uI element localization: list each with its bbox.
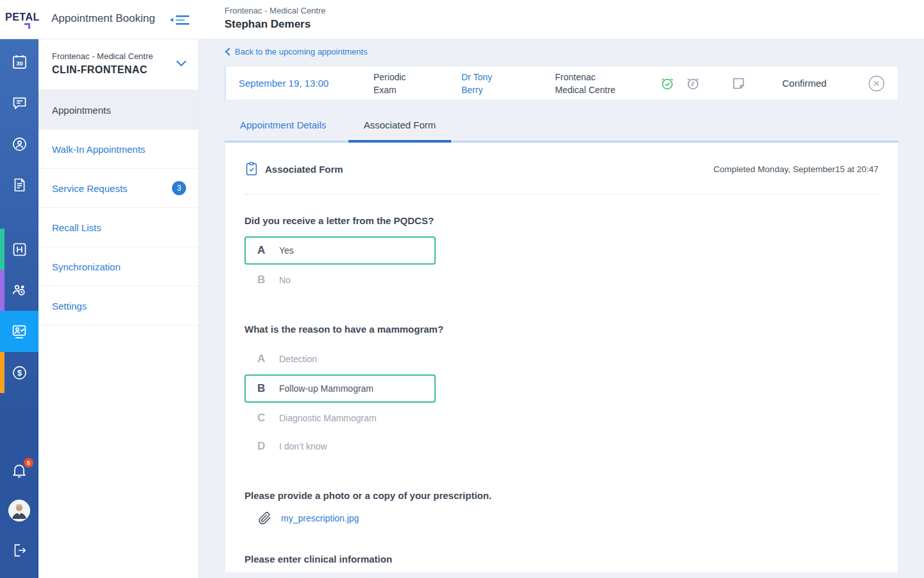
- sidebar-item-recall-lists[interactable]: Recall Lists: [38, 208, 198, 247]
- option-d-i-dont-know[interactable]: D I don’t know: [244, 432, 878, 460]
- notifications-badge: 5: [24, 458, 33, 468]
- sidebar-item-profile[interactable]: [0, 490, 38, 531]
- chevron-down-icon: [176, 60, 187, 67]
- sidebar-item-notifications[interactable]: 5: [0, 450, 38, 491]
- option-a-detection[interactable]: A Detection: [244, 345, 878, 373]
- clinic-selector[interactable]: Frontenac - Medical Centre CLIN-FRONTENA…: [38, 39, 198, 91]
- sidebar-item-patient-checkin[interactable]: [0, 311, 38, 352]
- sidebar-item-service-requests[interactable]: Service Requests 3: [38, 169, 198, 208]
- petal-logo-corner: [24, 23, 30, 29]
- sidebar-item-settings[interactable]: Settings: [38, 286, 198, 326]
- icon-sidebar: 30: [0, 39, 38, 578]
- sidebar-item-appointments[interactable]: Appointments: [38, 91, 198, 130]
- appointment-practitioner[interactable]: Dr Tony Berry: [461, 71, 555, 96]
- reminder-confirmed-icon[interactable]: [660, 76, 675, 91]
- header-clinic-name: Frontenac - Medical Centre: [225, 6, 326, 15]
- option-b-follow-up-mammogram[interactable]: B Follow-up Mammogram: [244, 374, 436, 403]
- logout-icon: [11, 542, 28, 559]
- option-letter: B: [257, 382, 270, 395]
- collapse-sidebar-button[interactable]: [169, 12, 191, 28]
- nav-label: Settings: [52, 301, 87, 311]
- appointment-summary-row[interactable]: September 19, 13:00 Periodic Exam Dr Ton…: [225, 66, 898, 100]
- collapse-icon: [169, 12, 191, 28]
- petal-logo: PETAL: [5, 12, 40, 23]
- form-header: Associated Form Completed Monday, Septem…: [225, 143, 898, 177]
- form-completed-timestamp: Completed Monday, September15 at 20:47: [714, 164, 878, 174]
- clinic-selector-name: Frontenac - Medical Centre: [52, 51, 185, 61]
- tab-appointment-details[interactable]: Appointment Details: [225, 112, 341, 143]
- option-b-no[interactable]: B No: [244, 266, 878, 294]
- patient-checkin-icon: [10, 322, 28, 340]
- question-pqdcs-letter: Did you receive a letter from the PQDCS?: [244, 215, 878, 226]
- option-letter: C: [257, 412, 270, 425]
- attachment-filename[interactable]: my_prescription.jpg: [281, 513, 359, 523]
- sidebar-item-logout[interactable]: [0, 530, 38, 571]
- app-title: Appointment Booking: [51, 12, 155, 25]
- option-letter: A: [257, 353, 270, 365]
- form-body: Did you receive a letter from the PQDCS?…: [225, 215, 898, 573]
- clipboard-check-icon: [244, 161, 259, 177]
- sidebar-item-patients[interactable]: [0, 123, 38, 164]
- hospital-icon: [11, 241, 28, 258]
- form-title: Associated Form: [265, 164, 343, 175]
- cancel-appointment-icon[interactable]: [868, 75, 885, 92]
- sidebar-item-messages[interactable]: [0, 82, 38, 123]
- top-bar: PETAL Appointment Booking Frontenac - Me…: [0, 0, 924, 39]
- chat-icon: [11, 94, 28, 112]
- option-label: Follow-up Mammogram: [279, 383, 373, 394]
- option-a-yes[interactable]: A Yes: [244, 236, 436, 265]
- option-label: Detection: [279, 354, 317, 364]
- people-clock-icon: [10, 281, 28, 299]
- document-icon: [11, 177, 28, 193]
- appointment-status: Confirmed: [782, 78, 826, 89]
- tab-label: Associated Form: [364, 119, 436, 130]
- note-icon[interactable]: [731, 76, 746, 91]
- associated-form-card: Associated Form Completed Monday, Septem…: [225, 143, 898, 573]
- sidebar-item-staff-schedule[interactable]: [0, 270, 38, 311]
- hospital-accent-strip: [0, 229, 4, 270]
- nav-label: Synchronization: [52, 261, 121, 272]
- sidebar-item-documents[interactable]: [0, 164, 38, 206]
- option-letter: A: [257, 244, 270, 257]
- form-divider: [244, 194, 878, 195]
- user-avatar: [8, 500, 30, 521]
- back-link[interactable]: Back to the upcoming appointments: [225, 47, 368, 57]
- billing-accent-strip: [0, 352, 4, 393]
- option-label: Diagnostic Mammogram: [279, 413, 377, 423]
- option-c-diagnostic-mammogram[interactable]: C Diagnostic Mammogram: [244, 404, 878, 432]
- chevron-left-icon: [225, 48, 230, 56]
- attachment-link[interactable]: my_prescription.jpg: [244, 511, 359, 525]
- staff-accent-strip: [0, 270, 4, 311]
- dollar-circle-icon: $: [11, 364, 28, 381]
- service-requests-badge: 3: [172, 181, 186, 195]
- sidebar-item-billing[interactable]: $: [0, 352, 38, 393]
- question-clinical-information: Please enter clinical information: [244, 554, 878, 565]
- question-1-options: A Yes B No: [244, 236, 878, 294]
- option-label: Yes: [279, 245, 294, 256]
- option-label: I don’t know: [279, 441, 327, 451]
- appointment-type: Periodic Exam: [373, 71, 461, 96]
- question-mammogram-reason: What is the reason to have a mammogram?: [244, 324, 878, 335]
- option-letter: D: [257, 440, 270, 453]
- person-circle-icon: [11, 136, 28, 153]
- sidebar-item-synchronization[interactable]: Synchronization: [38, 247, 198, 286]
- tab-label: Appointment Details: [240, 119, 326, 130]
- nav-label: Service Requests: [52, 183, 128, 194]
- option-letter: B: [257, 274, 270, 286]
- clinic-selector-code: CLIN-FRONTENAC: [52, 64, 185, 76]
- sidebar-item-appointments-calendar[interactable]: 30: [0, 41, 38, 82]
- sidebar-item-hospital[interactable]: [0, 229, 38, 270]
- appointment-datetime[interactable]: September 19, 13:00: [239, 78, 373, 89]
- page-header: Frontenac - Medical Centre Stephan Demer…: [225, 6, 326, 31]
- reminder-clock-icon[interactable]: [685, 76, 701, 91]
- appointment-tabs: Appointment Details Associated Form: [225, 112, 898, 143]
- header-patient-name: Stephan Demers: [225, 18, 326, 31]
- main-content: Back to the upcoming appointments Septem…: [199, 39, 924, 578]
- tab-associated-form[interactable]: Associated Form: [348, 112, 452, 143]
- nav-label: Walk-In Appointments: [52, 144, 145, 155]
- sidebar-item-walk-in-appointments[interactable]: Walk-In Appointments: [38, 130, 198, 169]
- secondary-sidebar: Frontenac - Medical Centre CLIN-FRONTENA…: [38, 39, 199, 578]
- calendar-badge-count: 30: [16, 60, 23, 67]
- appointment-location: Frontenac Medical Centre: [555, 71, 660, 96]
- option-label: No: [279, 275, 291, 285]
